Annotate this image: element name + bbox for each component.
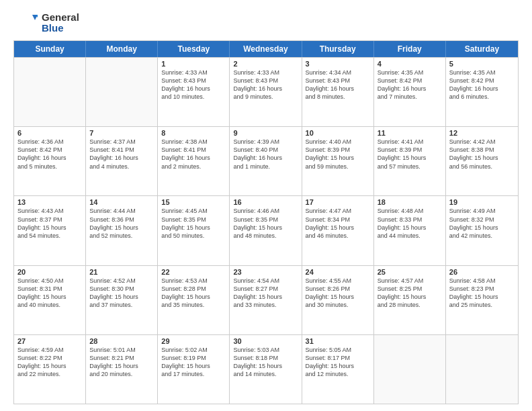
page-header: General Blue (13, 11, 519, 35)
calendar-cell (14, 58, 86, 126)
calendar-cell: 25Sunrise: 4:57 AM Sunset: 8:25 PM Dayli… (374, 266, 446, 334)
calendar-cell: 1Sunrise: 4:33 AM Sunset: 8:43 PM Daylig… (158, 58, 230, 126)
calendar-row: 1Sunrise: 4:33 AM Sunset: 8:43 PM Daylig… (14, 57, 518, 126)
calendar-row: 6Sunrise: 4:36 AM Sunset: 8:42 PM Daylig… (14, 126, 518, 195)
calendar-cell: 17Sunrise: 4:47 AM Sunset: 8:34 PM Dayli… (302, 196, 374, 265)
day-number: 17 (306, 198, 370, 206)
header-day-monday: Monday (86, 41, 158, 57)
day-info: Sunrise: 4:33 AM Sunset: 8:43 PM Dayligh… (161, 68, 226, 101)
header-day-thursday: Thursday (302, 41, 374, 57)
logo-text: General Blue (42, 12, 79, 34)
day-number: 26 (449, 268, 515, 276)
header-day-sunday: Sunday (14, 41, 86, 57)
day-info: Sunrise: 4:59 AM Sunset: 8:22 PM Dayligh… (17, 346, 82, 379)
day-number: 8 (161, 129, 226, 137)
calendar-cell: 12Sunrise: 4:42 AM Sunset: 8:38 PM Dayli… (446, 127, 518, 195)
day-info: Sunrise: 4:58 AM Sunset: 8:23 PM Dayligh… (449, 277, 515, 310)
day-number: 4 (378, 60, 442, 68)
day-info: Sunrise: 4:47 AM Sunset: 8:34 PM Dayligh… (306, 207, 370, 240)
day-info: Sunrise: 4:52 AM Sunset: 8:30 PM Dayligh… (89, 277, 154, 310)
day-number: 15 (161, 198, 226, 206)
calendar-cell: 22Sunrise: 4:53 AM Sunset: 8:28 PM Dayli… (158, 266, 230, 334)
logo-general: General (42, 12, 79, 24)
day-info: Sunrise: 4:50 AM Sunset: 8:31 PM Dayligh… (17, 277, 82, 310)
calendar-cell: 18Sunrise: 4:48 AM Sunset: 8:33 PM Dayli… (374, 196, 446, 265)
calendar-cell: 8Sunrise: 4:38 AM Sunset: 8:41 PM Daylig… (158, 127, 230, 195)
day-info: Sunrise: 4:35 AM Sunset: 8:42 PM Dayligh… (378, 68, 442, 101)
day-number: 5 (449, 60, 515, 68)
day-info: Sunrise: 5:05 AM Sunset: 8:17 PM Dayligh… (306, 346, 370, 379)
calendar-cell: 15Sunrise: 4:45 AM Sunset: 8:35 PM Dayli… (158, 196, 230, 265)
day-info: Sunrise: 4:49 AM Sunset: 8:32 PM Dayligh… (449, 207, 515, 240)
calendar-cell: 19Sunrise: 4:49 AM Sunset: 8:32 PM Dayli… (446, 196, 518, 265)
calendar-cell: 27Sunrise: 4:59 AM Sunset: 8:22 PM Dayli… (14, 335, 86, 404)
day-number: 27 (17, 337, 82, 345)
day-number: 25 (378, 268, 442, 276)
day-number: 29 (161, 337, 226, 345)
day-number: 21 (89, 268, 154, 276)
day-info: Sunrise: 4:53 AM Sunset: 8:28 PM Dayligh… (161, 277, 226, 310)
calendar-cell: 23Sunrise: 4:54 AM Sunset: 8:27 PM Dayli… (230, 266, 302, 334)
day-number: 1 (161, 60, 226, 68)
day-number: 11 (378, 129, 442, 137)
day-info: Sunrise: 5:01 AM Sunset: 8:21 PM Dayligh… (89, 346, 154, 379)
day-info: Sunrise: 4:55 AM Sunset: 8:26 PM Dayligh… (306, 277, 370, 310)
calendar-cell: 13Sunrise: 4:43 AM Sunset: 8:37 PM Dayli… (14, 196, 86, 265)
day-number: 3 (306, 60, 370, 68)
day-info: Sunrise: 4:57 AM Sunset: 8:25 PM Dayligh… (378, 277, 442, 310)
day-info: Sunrise: 4:46 AM Sunset: 8:35 PM Dayligh… (233, 207, 298, 240)
day-number: 7 (89, 129, 154, 137)
calendar: SundayMondayTuesdayWednesdayThursdayFrid… (13, 40, 519, 404)
calendar-cell: 16Sunrise: 4:46 AM Sunset: 8:35 PM Dayli… (230, 196, 302, 265)
calendar-cell: 6Sunrise: 4:36 AM Sunset: 8:42 PM Daylig… (14, 127, 86, 195)
calendar-cell: 7Sunrise: 4:37 AM Sunset: 8:41 PM Daylig… (86, 127, 158, 195)
calendar-cell (446, 335, 518, 404)
day-number: 2 (233, 60, 298, 68)
day-info: Sunrise: 4:54 AM Sunset: 8:27 PM Dayligh… (233, 277, 298, 310)
day-number: 19 (449, 198, 515, 206)
calendar-row: 27Sunrise: 4:59 AM Sunset: 8:22 PM Dayli… (14, 334, 518, 404)
day-info: Sunrise: 4:40 AM Sunset: 8:39 PM Dayligh… (306, 138, 370, 171)
calendar-cell (86, 58, 158, 126)
header-day-saturday: Saturday (446, 41, 518, 57)
calendar-cell: 2Sunrise: 4:33 AM Sunset: 8:43 PM Daylig… (230, 58, 302, 126)
day-number: 22 (161, 268, 226, 276)
day-number: 20 (17, 268, 82, 276)
calendar-row: 20Sunrise: 4:50 AM Sunset: 8:31 PM Dayli… (14, 265, 518, 334)
calendar-cell: 11Sunrise: 4:41 AM Sunset: 8:39 PM Dayli… (374, 127, 446, 195)
day-info: Sunrise: 4:45 AM Sunset: 8:35 PM Dayligh… (161, 207, 226, 240)
day-number: 24 (306, 268, 370, 276)
day-number: 14 (89, 198, 154, 206)
day-info: Sunrise: 4:43 AM Sunset: 8:37 PM Dayligh… (17, 207, 82, 240)
day-number: 31 (306, 337, 370, 345)
header-day-wednesday: Wednesday (230, 41, 302, 57)
calendar-cell: 10Sunrise: 4:40 AM Sunset: 8:39 PM Dayli… (302, 127, 374, 195)
day-number: 6 (17, 129, 82, 137)
logo-icon (13, 11, 38, 35)
day-info: Sunrise: 4:39 AM Sunset: 8:40 PM Dayligh… (233, 138, 298, 171)
calendar-cell: 29Sunrise: 5:02 AM Sunset: 8:19 PM Dayli… (158, 335, 230, 404)
logo: General Blue (13, 11, 79, 35)
day-info: Sunrise: 5:03 AM Sunset: 8:18 PM Dayligh… (233, 346, 298, 379)
day-info: Sunrise: 4:42 AM Sunset: 8:38 PM Dayligh… (449, 138, 515, 171)
calendar-body: 1Sunrise: 4:33 AM Sunset: 8:43 PM Daylig… (14, 57, 518, 404)
day-number: 23 (233, 268, 298, 276)
calendar-cell: 24Sunrise: 4:55 AM Sunset: 8:26 PM Dayli… (302, 266, 374, 334)
calendar-cell: 4Sunrise: 4:35 AM Sunset: 8:42 PM Daylig… (374, 58, 446, 126)
calendar-cell: 28Sunrise: 5:01 AM Sunset: 8:21 PM Dayli… (86, 335, 158, 404)
day-info: Sunrise: 4:33 AM Sunset: 8:43 PM Dayligh… (233, 68, 298, 101)
day-number: 30 (233, 337, 298, 345)
logo-blue: Blue (42, 23, 79, 34)
day-number: 10 (306, 129, 370, 137)
day-number: 18 (378, 198, 442, 206)
calendar-cell: 5Sunrise: 4:35 AM Sunset: 8:42 PM Daylig… (446, 58, 518, 126)
calendar-cell: 30Sunrise: 5:03 AM Sunset: 8:18 PM Dayli… (230, 335, 302, 404)
day-info: Sunrise: 5:02 AM Sunset: 8:19 PM Dayligh… (161, 346, 226, 379)
calendar-cell: 20Sunrise: 4:50 AM Sunset: 8:31 PM Dayli… (14, 266, 86, 334)
day-number: 9 (233, 129, 298, 137)
calendar-cell: 21Sunrise: 4:52 AM Sunset: 8:30 PM Dayli… (86, 266, 158, 334)
day-info: Sunrise: 4:36 AM Sunset: 8:42 PM Dayligh… (17, 138, 82, 171)
day-info: Sunrise: 4:37 AM Sunset: 8:41 PM Dayligh… (89, 138, 154, 171)
day-number: 13 (17, 198, 82, 206)
header-day-friday: Friday (374, 41, 446, 57)
